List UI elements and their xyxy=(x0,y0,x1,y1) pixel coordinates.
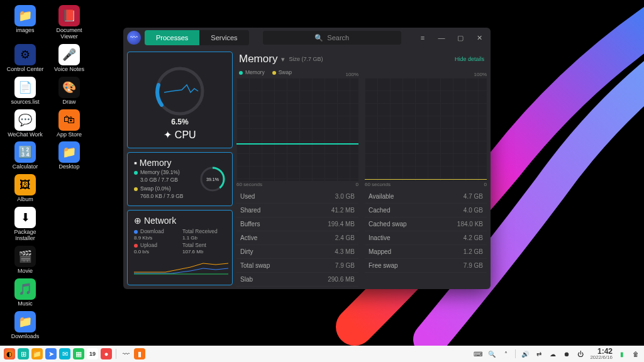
network-card[interactable]: ⊕ Network Download8.9 Kb/s Total Receive… xyxy=(127,210,233,285)
table-row: Cached4.0 GB xyxy=(365,204,487,217)
browser-icon[interactable]: ➤ xyxy=(45,348,57,359)
battery-icon[interactable]: ▮ xyxy=(618,349,626,358)
chevron-down-icon[interactable]: ▾ xyxy=(281,55,285,63)
memory-table: Used3.0 GBShared41.2 MBBuffers199.4 MBAc… xyxy=(236,190,487,287)
cpu-label: ✦ CPU xyxy=(164,129,196,141)
desktop-icons: 📁images📕Document Viewer⚙Control Center🎤V… xyxy=(5,5,89,340)
desktop-icon[interactable]: 🎨Draw xyxy=(49,77,89,106)
hide-details-link[interactable]: Hide details xyxy=(455,56,484,62)
svg-text:39.1%: 39.1% xyxy=(206,177,219,182)
chevron-up-icon[interactable]: ˄ xyxy=(501,349,510,358)
desktop-icon[interactable]: 🖼Album xyxy=(5,174,45,203)
mail-icon[interactable]: ✉ xyxy=(59,348,70,359)
left-panel: 6.5% ✦ CPU ▪ Memory Memory (39.1%) 3.0 G… xyxy=(127,52,233,285)
desktop-icon[interactable]: 🛍App Store xyxy=(49,109,89,138)
maximize-button[interactable]: ▢ xyxy=(453,30,468,45)
titlebar: 〰 Processes Services 🔍 Search ≡ — ▢ ✕ xyxy=(123,28,491,48)
table-row: Used3.0 GB xyxy=(236,190,358,204)
power-icon[interactable]: ⏻ xyxy=(576,349,585,358)
clock[interactable]: 1:42 2022/6/16 xyxy=(590,348,613,360)
menu-button[interactable]: ≡ xyxy=(415,30,430,45)
memory-donut: 39.1% xyxy=(199,166,226,192)
desktop-icon[interactable]: 🔢Calculator xyxy=(5,141,45,170)
app2-icon[interactable]: ● xyxy=(101,348,112,359)
app-icon: 〰 xyxy=(127,31,141,45)
volume-icon[interactable]: 🔊 xyxy=(521,349,530,358)
files-icon[interactable]: 📁 xyxy=(31,348,43,359)
network-tray-icon[interactable]: ⇄ xyxy=(535,349,543,358)
taskbar: ◐ ⊞ 📁 ➤ ✉ ▦ 19 ● 〰 ▮ ⌨ 🔍 ˄ 🔊 ⇄ ☁ ⏺ ⏻ 1:4… xyxy=(0,346,644,362)
window-body: 6.5% ✦ CPU ▪ Memory Memory (39.1%) 3.0 G… xyxy=(123,48,491,289)
memory-card-title: ▪ Memory xyxy=(134,158,199,168)
app1-icon[interactable]: ▦ xyxy=(73,348,84,359)
table-row: Inactive4.2 GB xyxy=(365,231,487,245)
table-row: Mapped1.2 GB xyxy=(365,245,487,259)
desktop-icon[interactable]: 📄sources.list xyxy=(5,77,45,106)
chart-legend: Memory Swap xyxy=(236,69,487,75)
swap-chart: 100% 60 seconds 0 xyxy=(365,78,487,181)
memory-card[interactable]: ▪ Memory Memory (39.1%) 3.0 GB / 7.7 GB … xyxy=(127,152,233,206)
desktop-icon[interactable]: 🎤Voice Notes xyxy=(49,44,89,73)
taskview-icon[interactable]: ⊞ xyxy=(18,348,29,359)
table-row: Dirty4.3 MB xyxy=(236,245,358,259)
memory-chart: 100% 60 seconds 0 xyxy=(236,78,358,181)
trash-icon[interactable]: 🗑 xyxy=(631,349,640,358)
desktop-icon[interactable]: 📁Desktop xyxy=(49,141,89,170)
close-button[interactable]: ✕ xyxy=(472,30,487,45)
desktop-icon[interactable]: 📕Document Viewer xyxy=(49,5,89,40)
network-card-title: ⊕ Network xyxy=(134,216,226,226)
cloud-icon[interactable]: ☁ xyxy=(548,349,557,358)
search-icon: 🔍 xyxy=(314,34,323,42)
running-monitor-icon[interactable]: 〰 xyxy=(120,348,131,359)
memory-size: Size (7.7 GB) xyxy=(289,56,323,62)
table-row: Shared41.2 MB xyxy=(236,204,358,217)
view-tabs: Processes Services xyxy=(145,30,249,45)
cpu-card[interactable]: 6.5% ✦ CPU xyxy=(127,52,233,148)
search-placeholder: Search xyxy=(327,34,349,41)
section-title: Memory xyxy=(239,53,277,65)
keyboard-icon[interactable]: ⌨ xyxy=(474,349,482,358)
cpu-gauge xyxy=(145,60,214,116)
calendar-icon[interactable]: 19 xyxy=(87,348,98,359)
desktop-icon[interactable]: 🎬Movie xyxy=(5,246,45,275)
table-row: Cached swap184.0 KB xyxy=(365,217,487,231)
network-chart xyxy=(134,257,228,275)
table-row: Free swap7.9 GB xyxy=(365,259,487,273)
system-monitor-window: 〰 Processes Services 🔍 Search ≡ — ▢ ✕ xyxy=(123,28,491,289)
desktop-icon[interactable]: 🎵Music xyxy=(5,278,45,307)
search-input[interactable]: 🔍 Search xyxy=(263,31,401,45)
desktop-icon[interactable]: ⬇Package Installer xyxy=(5,207,45,242)
desktop-icon[interactable]: 📁Downloads xyxy=(5,311,45,340)
cpu-percent: 6.5% xyxy=(171,118,188,126)
table-row: Active2.4 GB xyxy=(236,231,358,245)
launcher-icon[interactable]: ◐ xyxy=(4,348,15,359)
desktop: 📁images📕Document Viewer⚙Control Center🎤V… xyxy=(0,0,644,362)
desktop-icon[interactable]: ⚙Control Center xyxy=(5,44,45,73)
desktop-icon[interactable]: 💬WeChat Work xyxy=(5,109,45,138)
tab-processes[interactable]: Processes xyxy=(145,30,199,45)
minimize-button[interactable]: — xyxy=(434,30,449,45)
table-row: Total swap7.9 GB xyxy=(236,259,358,273)
desktop-icon[interactable]: 📁images xyxy=(5,5,45,40)
search-tray-icon[interactable]: 🔍 xyxy=(487,349,496,358)
record-icon[interactable]: ⏺ xyxy=(562,349,571,358)
table-row: Buffers199.4 MB xyxy=(236,217,358,231)
tab-services[interactable]: Services xyxy=(199,30,248,45)
svg-point-0 xyxy=(157,69,203,114)
table-row: Slab290.6 MB xyxy=(236,273,358,287)
right-panel: Memory ▾ Size (7.7 GB) Hide details Memo… xyxy=(236,52,487,285)
search-container: 🔍 Search xyxy=(253,31,411,45)
running-app-icon[interactable]: ▮ xyxy=(134,348,145,359)
table-row: Available4.7 GB xyxy=(365,190,487,204)
